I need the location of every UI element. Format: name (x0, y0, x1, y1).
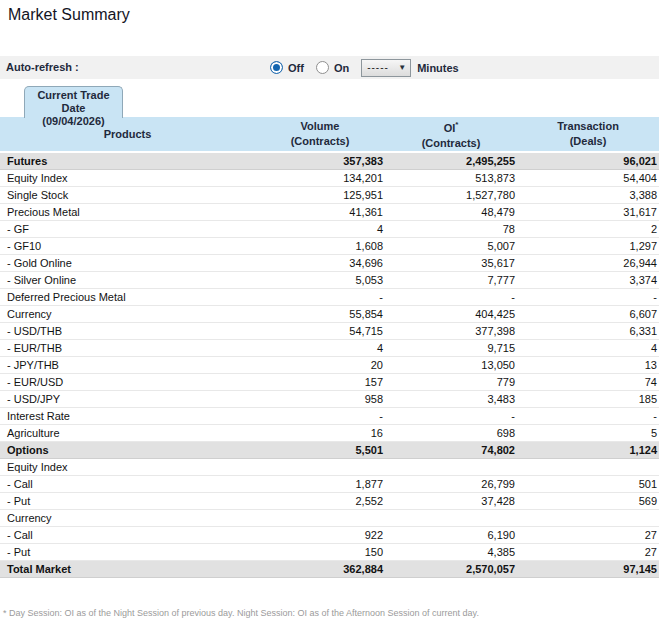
cell-volume: 34,696 (255, 254, 385, 271)
auto-refresh-bar: Auto-refresh : Off On ----- ▼ Minutes (0, 56, 659, 79)
cell-deals: 96,021 (517, 152, 659, 169)
cell-oi: 404,425 (385, 305, 517, 322)
table-row: - Put2,55237,428569 (0, 492, 659, 509)
cell-volume: 41,361 (255, 203, 385, 220)
cell-oi: 6,190 (385, 526, 517, 543)
cell-label: - Call (0, 526, 255, 543)
cell-deals: 185 (517, 390, 659, 407)
table-row: - Silver Online5,0537,7773,374 (0, 271, 659, 288)
table-row: - USD/THB54,715377,3986,331 (0, 322, 659, 339)
cell-deals: 27 (517, 543, 659, 560)
cell-label: Equity Index (0, 458, 255, 475)
cell-label: Deferred Precious Metal (0, 288, 255, 305)
cell-label: - Put (0, 543, 255, 560)
cell-volume: 1,877 (255, 475, 385, 492)
cell-oi: 74,802 (385, 441, 517, 458)
cell-deals: 26,944 (517, 254, 659, 271)
cell-volume: 150 (255, 543, 385, 560)
cell-oi (385, 458, 517, 475)
table-row: - Put1504,38527 (0, 543, 659, 560)
cell-oi: - (385, 407, 517, 424)
cell-oi: 779 (385, 373, 517, 390)
cell-label: - USD/JPY (0, 390, 255, 407)
table-row: - GF101,6085,0071,297 (0, 237, 659, 254)
cell-oi: 13,050 (385, 356, 517, 373)
table-row: Equity Index134,201513,87354,404 (0, 169, 659, 186)
table-row: Precious Metal41,36148,47931,617 (0, 203, 659, 220)
market-table-body: Futures357,3832,495,25596,021Equity Inde… (0, 152, 659, 577)
cell-deals: 13 (517, 356, 659, 373)
cell-deals: 6,607 (517, 305, 659, 322)
table-row: Deferred Precious Metal--- (0, 288, 659, 305)
cell-oi: 2,495,255 (385, 152, 517, 169)
minutes-select-value: ----- (367, 62, 389, 73)
table-row: Equity Index (0, 458, 659, 475)
header-oi-line2: (Contracts) (385, 136, 517, 151)
header-oi-line1: OI* (385, 117, 517, 136)
page-title: Market Summary (0, 0, 659, 24)
section-row: Options5,50174,8021,124 (0, 441, 659, 458)
cell-oi: 48,479 (385, 203, 517, 220)
tab-current-trade-date[interactable]: Current Trade Date (09/04/2026) (24, 86, 123, 118)
cell-deals: 2 (517, 220, 659, 237)
cell-oi: 698 (385, 424, 517, 441)
cell-deals: 4 (517, 339, 659, 356)
cell-deals: 6,331 (517, 322, 659, 339)
auto-refresh-label: Auto-refresh : (6, 61, 79, 73)
table-row: - Call1,87726,799501 (0, 475, 659, 492)
cell-oi (385, 509, 517, 526)
tab-title: Current Trade Date (25, 89, 122, 115)
header-volume-line2: (Contracts) (255, 134, 385, 149)
cell-volume: 4 (255, 339, 385, 356)
cell-label: Interest Rate (0, 407, 255, 424)
section-row: Total Market362,8842,570,05797,145 (0, 560, 659, 577)
cell-label: - Put (0, 492, 255, 509)
cell-label: - EUR/THB (0, 339, 255, 356)
cell-volume: 5,501 (255, 441, 385, 458)
table-row: Interest Rate--- (0, 407, 659, 424)
header-oi: OI* (Contracts) (385, 117, 517, 152)
table-row: - GF4782 (0, 220, 659, 237)
cell-volume: - (255, 288, 385, 305)
cell-deals: 501 (517, 475, 659, 492)
header-volume-line1: Volume (255, 119, 385, 134)
cell-oi: 35,617 (385, 254, 517, 271)
cell-label: Currency (0, 509, 255, 526)
cell-volume: 55,854 (255, 305, 385, 322)
cell-deals: 3,374 (517, 271, 659, 288)
table-row: - EUR/THB49,7154 (0, 339, 659, 356)
cell-oi: 26,799 (385, 475, 517, 492)
cell-volume: 1,608 (255, 237, 385, 254)
cell-deals: - (517, 288, 659, 305)
market-summary-page: Market Summary Auto-refresh : Off On ---… (0, 0, 659, 627)
tab-date: (09/04/2026) (25, 115, 122, 128)
minutes-select[interactable]: ----- ▼ (361, 59, 411, 77)
cell-oi: 377,398 (385, 322, 517, 339)
cell-volume: 16 (255, 424, 385, 441)
cell-label: Options (0, 441, 255, 458)
auto-refresh-off-radio[interactable] (270, 61, 283, 74)
table-row: - USD/JPY9583,483185 (0, 390, 659, 407)
table-row: Agriculture166985 (0, 424, 659, 441)
table-row: - EUR/USD15777974 (0, 373, 659, 390)
cell-oi: 5,007 (385, 237, 517, 254)
cell-deals (517, 509, 659, 526)
cell-oi: 7,777 (385, 271, 517, 288)
cell-deals: 3,388 (517, 186, 659, 203)
cell-label: Single Stock (0, 186, 255, 203)
cell-volume: 362,884 (255, 560, 385, 577)
auto-refresh-on-radio[interactable] (316, 61, 329, 74)
cell-deals: 5 (517, 424, 659, 441)
table-row: Currency55,854404,4256,607 (0, 305, 659, 322)
cell-oi: - (385, 288, 517, 305)
cell-oi: 4,385 (385, 543, 517, 560)
cell-deals: 74 (517, 373, 659, 390)
table-row: - Gold Online34,69635,61726,944 (0, 254, 659, 271)
cell-deals: - (517, 407, 659, 424)
cell-deals: 97,145 (517, 560, 659, 577)
market-summary-table: Products Volume (Contracts) OI* (Contrac… (0, 117, 659, 578)
auto-refresh-controls: Off On ----- ▼ Minutes (270, 56, 459, 79)
cell-label: - Gold Online (0, 254, 255, 271)
cell-label: - GF (0, 220, 255, 237)
header-volume: Volume (Contracts) (255, 117, 385, 152)
